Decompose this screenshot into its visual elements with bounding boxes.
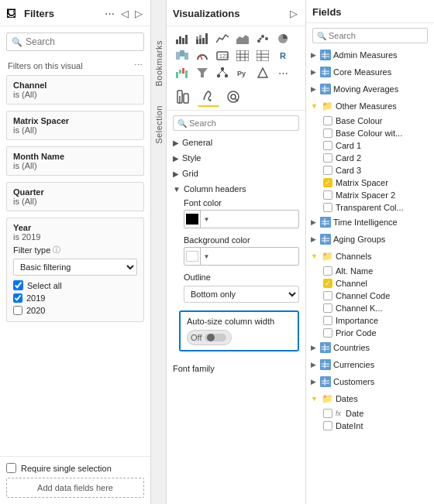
field-item-alt-name[interactable]: Alt. Name (306, 265, 434, 277)
filters-search-input[interactable] (26, 36, 142, 47)
filter-checkbox-2019[interactable] (13, 293, 22, 303)
filter-select-all-checkbox[interactable] (13, 280, 23, 290)
format-analytics-button[interactable] (222, 87, 244, 107)
field-item-matrix-spacer[interactable]: ✓ Matrix Spacer (306, 177, 434, 189)
field-checkbox-prior-code[interactable] (323, 328, 332, 338)
viz-icon-funnel[interactable] (193, 65, 212, 81)
field-item-channel-code[interactable]: Channel Code (306, 290, 434, 302)
field-checkbox-dateint[interactable] (323, 421, 332, 430)
field-checkbox-transparent-col[interactable] (323, 203, 332, 212)
viz-icon-more[interactable]: ⋯ (274, 65, 292, 81)
field-checkbox-base-colour-wit[interactable] (323, 129, 332, 138)
filter-option-2020[interactable]: 2020 (13, 304, 137, 317)
viz-icon-scatter[interactable] (253, 31, 272, 46)
field-group-header-other-measures[interactable]: ▼ 📁 Other Measures (306, 98, 434, 115)
fields-search-box[interactable]: 🔍 (312, 28, 428, 43)
bg-color-dropdown[interactable]: ▼ (184, 247, 299, 266)
filters-options-icon[interactable]: ⋯ (134, 60, 143, 70)
bg-color-swatch[interactable] (184, 248, 200, 265)
viz-icon-python[interactable]: Py (233, 65, 252, 81)
field-item-channel-k[interactable]: Channel K... (306, 302, 434, 314)
field-item-matrix-spacer2[interactable]: Matrix Spacer 2 (306, 189, 434, 201)
field-checkbox-channel-k[interactable] (323, 303, 332, 313)
field-checkbox-matrix-spacer2[interactable] (323, 190, 332, 200)
viz-icon-r-script[interactable]: R (274, 48, 292, 63)
filter-select-all[interactable]: Select all (13, 279, 137, 292)
field-item-channel[interactable]: ✓ Channel (306, 277, 434, 290)
filters-forward-button[interactable]: ▷ (133, 6, 144, 21)
fields-search-input[interactable] (329, 31, 434, 40)
field-item-card3[interactable]: Card 3 (306, 164, 434, 177)
field-group-header-time-intelligence[interactable]: ▶ Time Intelligence (306, 214, 434, 231)
require-single-checkbox[interactable] (6, 463, 16, 473)
viz-icon-decomp[interactable] (213, 65, 232, 81)
field-checkbox-base-colour[interactable] (323, 116, 332, 125)
field-group-header-core-measures[interactable]: ▶ Core Measures (306, 63, 434, 81)
viz-icon-gauge[interactable] (193, 48, 212, 63)
selection-label[interactable]: Selection (154, 96, 164, 153)
field-checkbox-importance[interactable] (323, 316, 332, 325)
field-group-header-currencies[interactable]: ▶ Currencies (306, 356, 434, 373)
field-checkbox-card1[interactable] (323, 141, 332, 150)
field-group-header-countries[interactable]: ▶ Countries (306, 339, 434, 356)
viz-icon-bar[interactable] (173, 31, 191, 46)
viz-icon-card[interactable]: 123 (213, 48, 232, 63)
require-single-selection[interactable]: Require single selection (6, 463, 144, 473)
field-item-card2[interactable]: Card 2 (306, 152, 434, 164)
field-item-date[interactable]: fx Date (306, 407, 434, 420)
field-item-transparent-col[interactable]: Transparent Col... (306, 201, 434, 214)
field-group-header-moving-averages[interactable]: ▶ Moving Averages (306, 81, 434, 98)
field-item-prior-code[interactable]: Prior Code (306, 327, 434, 339)
font-color-swatch[interactable] (184, 211, 200, 228)
viz-icon-map[interactable] (173, 48, 191, 63)
viz-section-general[interactable]: ▶ General (167, 134, 305, 149)
format-build-button[interactable] (173, 87, 195, 107)
font-color-dropdown-arrow[interactable]: ▼ (200, 211, 212, 228)
viz-icon-pie[interactable] (274, 31, 292, 46)
field-checkbox-channel-code[interactable] (323, 291, 332, 300)
filters-back-button[interactable]: ◁ (119, 6, 130, 21)
field-name-alt-name: Alt. Name (336, 266, 429, 276)
filters-search-box[interactable]: 🔍 (6, 33, 144, 51)
viz-expand-button[interactable]: ▷ (288, 6, 299, 21)
field-item-base-colour[interactable]: Base Colour (306, 115, 434, 127)
viz-search-input[interactable] (189, 118, 296, 128)
format-paint-button[interactable] (198, 87, 219, 107)
viz-section-column-headers[interactable]: ▼ Column headers (167, 180, 305, 196)
viz-icon-line[interactable] (213, 31, 232, 46)
field-group-header-channels[interactable]: ▼ 📁 Channels (306, 248, 434, 265)
viz-icon-waterfall[interactable] (173, 65, 191, 81)
field-item-importance[interactable]: Importance (306, 314, 434, 327)
field-checkbox-date[interactable] (323, 409, 332, 418)
auto-size-toggle[interactable]: Off (187, 330, 232, 345)
viz-icon-stacked-bar[interactable] (193, 31, 212, 46)
field-checkbox-matrix-spacer[interactable]: ✓ (323, 178, 332, 187)
font-color-dropdown[interactable]: ▼ (184, 210, 299, 228)
filter-option-2019[interactable]: 2019 (13, 292, 137, 304)
filters-options-button[interactable]: ⋯ (103, 6, 116, 21)
filter-checkbox-2020[interactable] (13, 306, 22, 315)
field-item-card1[interactable]: Card 1 (306, 139, 434, 152)
field-group-header-aging-groups[interactable]: ▶ Aging Groups (306, 231, 434, 248)
field-checkbox-channel[interactable]: ✓ (323, 279, 332, 288)
field-group-header-dates[interactable]: ▼ 📁 Dates (306, 390, 434, 407)
viz-icon-table[interactable] (233, 48, 252, 63)
viz-icon-matrix[interactable] (253, 48, 272, 63)
viz-search-box[interactable]: 🔍 (173, 115, 299, 131)
viz-section-grid[interactable]: ▶ Grid (167, 165, 305, 180)
field-item-base-colour-wit[interactable]: Base Colour wit... (306, 127, 434, 139)
bookmarks-label[interactable]: Bookmarks (154, 31, 164, 96)
field-checkbox-alt-name[interactable] (323, 266, 332, 276)
outline-select[interactable]: Bottom only (184, 286, 299, 303)
viz-icon-area[interactable] (233, 31, 252, 46)
viz-section-style[interactable]: ▶ Style (167, 149, 305, 165)
field-group-header-admin-measures[interactable]: ▶ Admin Measures (306, 46, 434, 63)
field-checkbox-card3[interactable] (323, 166, 332, 175)
field-item-dateint[interactable]: DateInt (306, 420, 434, 432)
bg-color-dropdown-arrow[interactable]: ▼ (200, 248, 212, 265)
field-checkbox-card2[interactable] (323, 153, 332, 163)
field-group-header-customers[interactable]: ▶ Customers (306, 373, 434, 390)
viz-icon-shape[interactable] (253, 65, 272, 81)
filter-type-select[interactable]: Basic filtering (13, 259, 137, 276)
add-data-fields-button[interactable]: Add data fields here (6, 478, 144, 498)
